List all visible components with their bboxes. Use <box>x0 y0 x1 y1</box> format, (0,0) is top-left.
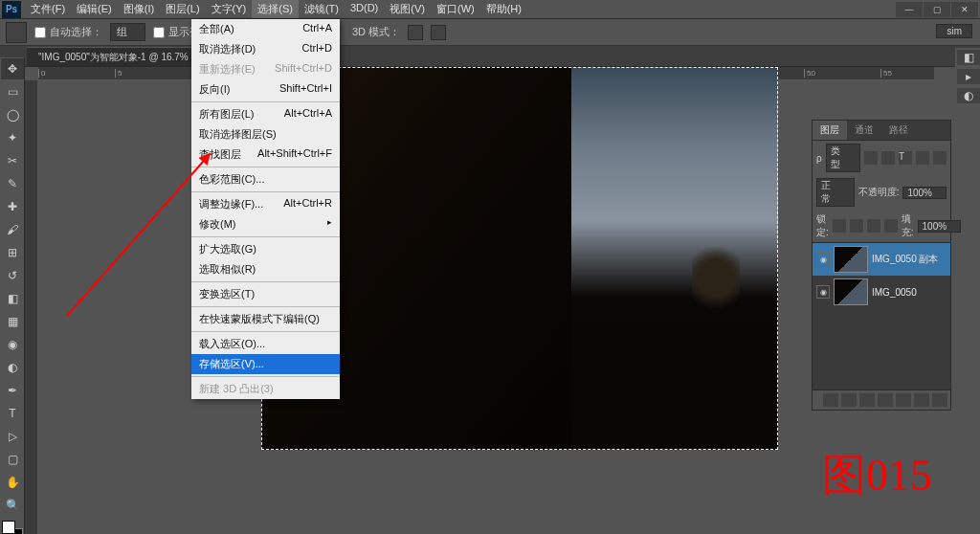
menu-0[interactable]: 文件(F) <box>25 0 71 18</box>
delete-icon[interactable] <box>932 393 947 407</box>
group-icon[interactable] <box>896 393 911 407</box>
menu-item[interactable]: 全部(A)Ctrl+A <box>191 19 340 39</box>
collapsed-panel-icon[interactable]: ◧ <box>957 50 980 65</box>
select-menu-dropdown: 全部(A)Ctrl+A取消选择(D)Ctrl+D重新选择(E)Shift+Ctr… <box>191 19 340 399</box>
menu-item[interactable]: 在快速蒙版模式下编辑(Q) <box>191 309 340 329</box>
fill-label: 填充: <box>902 212 914 239</box>
layer-thumbnail[interactable] <box>834 278 868 305</box>
menu-item[interactable]: 取消选择图层(S) <box>191 124 340 145</box>
panel-tab[interactable]: 通道 <box>847 121 881 140</box>
menubar: Ps 文件(F)编辑(E)图像(I)图层(L)文字(Y)选择(S)滤镜(T)3D… <box>0 0 980 19</box>
collapsed-panel-icon[interactable]: ▸ <box>957 69 980 84</box>
layers-panel: 图层通道路径 ρ类型 T 正常 不透明度: 100% 锁定: 填充: 100% … <box>812 120 951 411</box>
menu-item[interactable]: 所有图层(L)Alt+Ctrl+A <box>191 104 340 124</box>
layer-thumbnail[interactable] <box>834 246 868 273</box>
move-tool[interactable]: ✥ <box>1 58 24 79</box>
menu-item[interactable]: 扩大选取(G) <box>191 239 340 259</box>
panel-tab[interactable]: 路径 <box>881 121 916 140</box>
filter-icon[interactable] <box>864 151 878 165</box>
adjustment-icon[interactable] <box>878 393 893 407</box>
menu-item[interactable]: 修改(M) <box>191 214 340 234</box>
history-brush-tool[interactable]: ↺ <box>1 265 24 286</box>
crop-tool[interactable]: ✂ <box>1 150 24 171</box>
menu-1[interactable]: 编辑(E) <box>71 0 118 18</box>
mode3d-icon[interactable] <box>408 25 423 40</box>
lasso-tool[interactable]: ◯ <box>1 104 24 125</box>
heal-tool[interactable]: ✚ <box>1 196 24 217</box>
menu-9[interactable]: 窗口(W) <box>431 0 480 18</box>
lock-label: 锁定: <box>816 212 829 239</box>
opacity-value[interactable]: 100% <box>902 187 947 199</box>
menu-item[interactable]: 查找图层Alt+Shift+Ctrl+F <box>191 145 340 165</box>
auto-select-checkbox[interactable]: 自动选择： <box>34 25 102 39</box>
layer-filter-kind[interactable]: 类型 <box>826 144 860 172</box>
type-tool[interactable]: T <box>1 403 24 424</box>
zoom-tool[interactable]: 🔍 <box>1 495 24 516</box>
eraser-tool[interactable]: ◧ <box>1 288 24 309</box>
layer-row[interactable]: ◉IMG_0050 <box>813 276 950 308</box>
stamp-tool[interactable]: ⊞ <box>1 242 24 263</box>
move-tool-icon[interactable] <box>6 22 27 43</box>
link-layers-icon[interactable] <box>823 393 838 407</box>
lock-icon[interactable] <box>833 219 846 233</box>
layer-row[interactable]: ◉IMG_0050 副本 <box>813 243 950 276</box>
image-detail <box>692 239 740 316</box>
menu-4[interactable]: 文字(Y) <box>206 0 253 18</box>
dodge-tool[interactable]: ◐ <box>1 357 24 378</box>
visibility-icon[interactable]: ◉ <box>816 253 830 266</box>
mode-3d-label: 3D 模式： <box>352 25 400 39</box>
maximize-button[interactable]: ▢ <box>924 2 950 17</box>
menu-2[interactable]: 图像(I) <box>118 0 160 18</box>
minimize-button[interactable]: — <box>896 2 923 17</box>
blur-tool[interactable]: ◉ <box>1 334 24 355</box>
menu-item[interactable]: 存储选区(V)... <box>191 354 340 374</box>
fill-value[interactable]: 100% <box>918 220 962 233</box>
menu-item[interactable]: 载入选区(O)... <box>191 334 340 354</box>
app-logo: Ps <box>2 1 21 18</box>
gradient-tool[interactable]: ▦ <box>1 311 24 332</box>
filter-icon[interactable] <box>881 151 895 165</box>
mask-icon[interactable] <box>859 393 875 407</box>
menu-5[interactable]: 选择(S) <box>252 0 299 18</box>
menu-item[interactable]: 选取相似(R) <box>191 259 340 279</box>
lock-icon[interactable] <box>884 219 898 233</box>
menu-item[interactable]: 取消选择(D)Ctrl+D <box>191 39 340 59</box>
panel-tab[interactable]: 图层 <box>813 121 847 140</box>
shape-tool[interactable]: ▢ <box>1 449 24 470</box>
blend-mode-select[interactable]: 正常 <box>816 178 855 207</box>
filter-icon[interactable]: T <box>899 151 912 165</box>
wand-tool[interactable]: ✦ <box>1 127 24 148</box>
toolbox: ✥ ▭ ◯ ✦ ✂ ✎ ✚ 🖌 ⊞ ↺ ◧ ▦ ◉ ◐ ✒ T ▷ ▢ ✋ 🔍 … <box>0 57 25 534</box>
filter-icon[interactable] <box>933 151 947 165</box>
workspace-switcher[interactable]: sim <box>936 24 972 38</box>
menu-item[interactable]: 反向(I)Shift+Ctrl+I <box>191 79 340 100</box>
collapsed-panel-icon[interactable]: ◐ <box>957 88 980 103</box>
eyedropper-tool[interactable]: ✎ <box>1 173 24 194</box>
lock-icon[interactable] <box>850 219 863 233</box>
layer-name: IMG_0050 <box>872 287 917 298</box>
menu-3[interactable]: 图层(L) <box>160 0 205 18</box>
menu-item[interactable]: 色彩范围(C)... <box>191 169 340 189</box>
path-tool[interactable]: ▷ <box>1 426 24 447</box>
close-button[interactable]: ✕ <box>951 2 978 17</box>
ruler-vertical <box>25 80 38 534</box>
hand-tool[interactable]: ✋ <box>1 472 24 493</box>
menu-item[interactable]: 变换选区(T) <box>191 284 340 304</box>
layer-panel-buttons <box>813 390 950 410</box>
visibility-icon[interactable]: ◉ <box>816 285 830 299</box>
mode3d-icon[interactable] <box>431 25 446 40</box>
pen-tool[interactable]: ✒ <box>1 380 24 401</box>
marquee-tool[interactable]: ▭ <box>1 81 24 102</box>
menu-6[interactable]: 滤镜(T) <box>299 0 345 18</box>
lock-icon[interactable] <box>867 219 880 233</box>
color-swatches[interactable] <box>2 521 23 534</box>
menu-item[interactable]: 调整边缘(F)...Alt+Ctrl+R <box>191 194 340 214</box>
menu-7[interactable]: 3D(D) <box>345 0 384 18</box>
filter-icon[interactable] <box>916 151 929 165</box>
brush-tool[interactable]: 🖌 <box>1 219 24 240</box>
fx-icon[interactable] <box>841 393 857 407</box>
menu-10[interactable]: 帮助(H) <box>480 0 527 18</box>
auto-select-type[interactable]: 组 <box>110 23 145 41</box>
new-layer-icon[interactable] <box>914 393 929 407</box>
menu-8[interactable]: 视图(V) <box>384 0 431 18</box>
